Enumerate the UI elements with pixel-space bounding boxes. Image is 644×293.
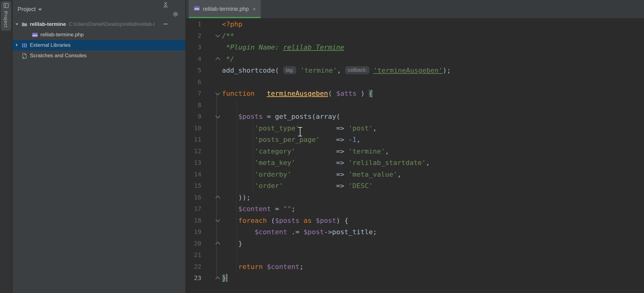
gutter-fold-column — [203, 226, 222, 238]
code-line-text: $content = ""; — [222, 203, 295, 215]
code-line-8[interactable]: 8 — [186, 99, 644, 111]
fold-open-icon[interactable] — [215, 114, 220, 118]
gutter-fold-column — [203, 99, 222, 111]
line-number: 9 — [186, 111, 203, 122]
code-line-22[interactable]: 22 return $content; — [186, 261, 644, 273]
gutter-fold-column — [203, 88, 222, 99]
code-line-3[interactable]: 3 *Plugin Name: relilab Termine — [186, 42, 644, 53]
tree-item-label: relilab-termine.php — [40, 32, 84, 38]
line-number: 21 — [186, 249, 203, 261]
tab-close-icon[interactable]: × — [253, 6, 256, 12]
gutter-fold-column — [203, 134, 222, 146]
code-line-12[interactable]: 12 'category' => 'termine', — [186, 146, 644, 157]
chevron-right-icon[interactable] — [14, 42, 21, 49]
line-number: 2 — [186, 30, 203, 42]
code-line-23[interactable]: 23} — [186, 272, 644, 284]
editor-tab-relilab-termine[interactable]: php relilab-termine.php × — [189, 0, 261, 18]
editor: php relilab-termine.php × 1<?php2/**3 *P… — [186, 0, 644, 293]
gutter-fold-column — [203, 169, 222, 180]
code-line-5[interactable]: 5add_shortcode( tag: 'termine', callback… — [186, 65, 644, 76]
code-line-16[interactable]: 16 )); — [186, 192, 644, 203]
chevron-down-icon[interactable] — [14, 21, 21, 28]
gutter-fold-column — [203, 249, 222, 261]
project-panel: Project relilab-termineC:\Users\Daniel\D… — [13, 0, 186, 293]
collapse-all-icon[interactable] — [161, 0, 171, 9]
gutter-fold-column — [203, 261, 222, 273]
project-toolwindow-icon — [4, 3, 9, 9]
indent-guide — [253, 122, 253, 191]
line-number: 20 — [186, 238, 203, 250]
tool-window-stripe: Project — [0, 0, 12, 293]
code-line-15[interactable]: 15 'order' => 'DESC' — [186, 180, 644, 192]
chevron-placeholder — [24, 31, 31, 38]
tree-item-php-file[interactable]: phprelilab-termine.php — [13, 30, 185, 40]
code-line-9[interactable]: 9 $posts = get_posts(array( — [186, 111, 644, 122]
project-panel-title: Project — [18, 6, 36, 13]
tree-item-path: C:\Users\Daniel\Desktop\relilab\relilab-… — [69, 22, 155, 27]
project-toolwindow-button[interactable]: Project — [1, 1, 11, 31]
code-line-text: 'order' => 'DESC' — [222, 180, 373, 192]
gutter-fold-column — [203, 76, 222, 88]
fold-open-icon[interactable] — [215, 33, 220, 38]
library-icon — [21, 42, 28, 49]
gutter-fold-column — [203, 122, 222, 134]
code-line-20[interactable]: 20 } — [186, 238, 644, 250]
project-tree: relilab-termineC:\Users\Daniel\Desktop\r… — [13, 18, 185, 61]
stripe-label: Project — [3, 11, 9, 28]
line-number: 1 — [186, 18, 203, 30]
parameter-hint: tag: — [283, 66, 296, 74]
code-line-text: function termineAusgeben( $atts ) { — [222, 88, 373, 99]
fold-close-icon[interactable] — [215, 276, 220, 281]
code-line-text: 'posts_per_page' => -1, — [222, 134, 360, 146]
code-line-19[interactable]: 19 $content .= $post->post_title; — [186, 226, 644, 238]
php-file-icon: php — [194, 5, 200, 13]
code-line-21[interactable]: 21 — [186, 249, 644, 261]
code-line-17[interactable]: 17 $content = ""; — [186, 203, 644, 215]
tree-item-scratches[interactable]: Scratches and Consoles — [13, 50, 185, 61]
line-number: 22 — [186, 261, 203, 273]
line-number: 5 — [186, 65, 203, 76]
fold-close-icon[interactable] — [215, 196, 220, 201]
gear-icon[interactable] — [171, 9, 180, 19]
code-line-6[interactable]: 6 — [186, 76, 644, 88]
code-line-18[interactable]: 18 foreach ($posts as $post) { — [186, 215, 644, 227]
code-line-text: $content .= $post->post_title; — [222, 226, 377, 238]
editor-tabbar: php relilab-termine.php × — [186, 0, 644, 18]
fold-open-icon[interactable] — [215, 217, 220, 222]
code-line-7[interactable]: 7function termineAusgeben( $atts ) { — [186, 88, 644, 99]
code-line-14[interactable]: 14 'orderby' => 'meta_value', — [186, 169, 644, 180]
gutter-fold-column — [203, 42, 222, 53]
gutter-fold-column — [203, 192, 222, 203]
code-line-1[interactable]: 1<?php — [186, 18, 644, 30]
line-number: 4 — [186, 53, 203, 65]
gutter-fold-column — [203, 215, 222, 227]
line-number: 16 — [186, 192, 203, 203]
code-line-text: /** — [222, 30, 234, 42]
line-number: 7 — [186, 88, 203, 99]
gutter-fold-column — [203, 30, 222, 42]
fold-close-icon[interactable] — [215, 242, 220, 247]
tree-item-root-folder[interactable]: relilab-termineC:\Users\Daniel\Desktop\r… — [13, 19, 185, 30]
line-number: 12 — [186, 146, 203, 157]
gutter-fold-column — [203, 203, 222, 215]
tree-item-external-libraries[interactable]: External Libraries — [13, 40, 185, 50]
line-number: 6 — [186, 76, 203, 88]
fold-open-icon[interactable] — [215, 90, 220, 95]
line-number: 18 — [186, 215, 203, 227]
code-line-10[interactable]: 10 'post_type' => 'post', — [186, 122, 644, 134]
code-line-text: 'orderby' => 'meta_value', — [222, 169, 401, 180]
code-line-text: return $content; — [222, 261, 304, 273]
project-view-selector[interactable]: Project — [18, 6, 42, 13]
line-number: 17 — [186, 203, 203, 215]
gutter-fold-column — [203, 53, 222, 65]
code-editor[interactable]: 1<?php2/**3 *Plugin Name: relilab Termin… — [186, 18, 644, 293]
code-line-4[interactable]: 4 */ — [186, 53, 644, 65]
code-line-text: } — [222, 272, 227, 284]
code-line-13[interactable]: 13 'meta_key' => 'relilab_startdate', — [186, 157, 644, 169]
line-number: 8 — [186, 99, 203, 111]
code-line-11[interactable]: 11 'posts_per_page' => -1, — [186, 134, 644, 146]
fold-close-icon[interactable] — [215, 57, 220, 62]
chevron-placeholder — [14, 52, 21, 59]
code-line-2[interactable]: 2/** — [186, 30, 644, 42]
project-panel-header: Project — [13, 0, 185, 18]
